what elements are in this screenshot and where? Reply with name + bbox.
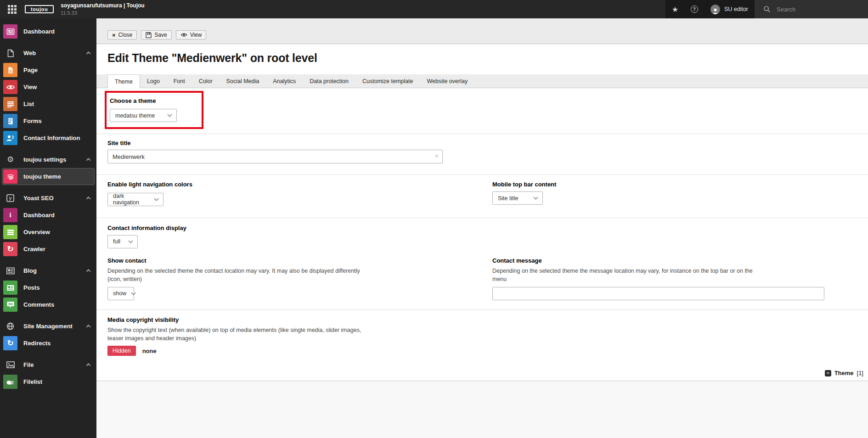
contact-message-description: Depending on the selected theme the mess…: [492, 267, 824, 283]
user-menu[interactable]: SU editor: [704, 0, 755, 18]
doc-header: × Close Save View: [96, 18, 868, 44]
chevron-down-icon: [534, 195, 538, 200]
typo3-version: 11.5.33: [61, 10, 144, 16]
show-contact-description: Depending on the selected theme the cont…: [107, 267, 443, 283]
comment-icon: [3, 298, 17, 312]
contact-display-group: Contact information display full: [107, 218, 857, 248]
sidebar-group-toujou-settings[interactable]: ⚙ toujou settings: [2, 151, 95, 168]
globe-icon: [3, 322, 17, 330]
sidebar-group-site-management[interactable]: Site Management: [2, 318, 95, 335]
sidebar-group-blog[interactable]: Blog: [2, 262, 95, 279]
tab-logo[interactable]: Logo: [140, 74, 167, 88]
page-icon: [3, 63, 17, 77]
media-copyright-description: Show the copyright text (when available)…: [107, 326, 857, 343]
avatar: [710, 5, 720, 14]
sidebar-item-contact-information[interactable]: Contact Information: [2, 129, 95, 146]
sidebar-item-posts[interactable]: Posts: [2, 279, 95, 296]
mobile-topbar-group: Mobile top bar content Site title: [492, 181, 824, 206]
theme-record-icon: [825, 370, 831, 376]
chevron-up-icon: [86, 51, 91, 56]
record-count: [1]: [857, 370, 863, 376]
site-name: soyagunsarufutsumura | Toujou: [61, 2, 144, 10]
hidden-toggle-button[interactable]: Hidden: [107, 346, 136, 356]
view-eye-icon: [180, 32, 187, 38]
crawler-refresh-icon: ↻: [3, 242, 17, 256]
sidebar-item-view[interactable]: View: [2, 79, 95, 95]
close-button[interactable]: × Close: [107, 30, 137, 39]
sidebar-item-overview[interactable]: Overview: [2, 224, 95, 241]
sidebar-item-crawler[interactable]: ↻ Crawler: [2, 241, 95, 258]
show-contact-select[interactable]: show: [107, 287, 134, 300]
module-menu: Dashboard Web Page View List Forms: [0, 18, 96, 438]
chevron-up-icon: [86, 197, 91, 201]
record-type-label: Theme: [834, 370, 854, 376]
fingerprint-icon: [3, 169, 17, 184]
site-info: soyagunsarufutsumura | Toujou 11.5.33: [61, 0, 144, 18]
tab-color[interactable]: Color: [192, 74, 220, 88]
contact-display-select[interactable]: full: [107, 235, 138, 248]
sidebar-item-toujou-theme[interactable]: toujou theme: [2, 168, 95, 185]
modules-grid-icon[interactable]: [0, 0, 24, 18]
dashboard-icon: [3, 24, 17, 39]
tab-analytics[interactable]: Analytics: [266, 74, 303, 88]
navigation-row: Enable light navigation colors dark navi…: [107, 175, 857, 206]
sidebar-group-file[interactable]: File: [2, 356, 95, 373]
filelist-icon: [3, 375, 17, 389]
bookmark-button[interactable]: ★: [665, 0, 685, 18]
contact-message-input[interactable]: [492, 287, 824, 300]
tab-bar: Theme Logo Font Color Social Media Analy…: [96, 74, 868, 88]
search-icon: [763, 6, 771, 13]
sidebar-group-web[interactable]: Web: [2, 45, 95, 62]
page-background: [96, 381, 868, 438]
chevron-up-icon: [86, 363, 91, 368]
posts-icon: [3, 281, 17, 295]
tab-data-protection[interactable]: Data protection: [303, 74, 355, 88]
search-input[interactable]: Search: [755, 0, 868, 18]
chevron-down-icon: [154, 196, 159, 201]
tab-website-overlay[interactable]: Website overlay: [420, 74, 474, 88]
yoast-icon: y: [3, 194, 17, 202]
toujou-logo[interactable]: toujou: [25, 5, 54, 13]
newspaper-icon: [3, 267, 17, 275]
nav-colors-select[interactable]: dark navigation: [107, 193, 163, 206]
site-title-label: Site title: [107, 140, 857, 146]
site-title-input[interactable]: [107, 150, 443, 163]
show-contact-group: Show contact Depending on the selected t…: [107, 257, 443, 300]
gear-icon: ⚙: [3, 155, 17, 164]
user-label: SU editor: [724, 6, 748, 12]
mobile-topbar-select[interactable]: Site title: [492, 191, 543, 205]
tab-customize-template[interactable]: Customize template: [355, 74, 420, 88]
help-icon: ?: [691, 6, 698, 13]
tab-social-media[interactable]: Social Media: [220, 74, 266, 88]
sidebar-item-dashboard[interactable]: Dashboard: [2, 23, 95, 40]
module-body: Edit Theme "Medienwerk" on root level Th…: [96, 44, 868, 381]
contact-row: Show contact Depending on the selected t…: [107, 248, 857, 300]
toujou-logo-text: toujou: [31, 6, 48, 12]
choose-theme-select[interactable]: medatsu theme: [110, 109, 177, 122]
sidebar-item-list[interactable]: List: [2, 95, 95, 112]
media-copyright-value: none: [142, 348, 157, 354]
sidebar-item-filelist[interactable]: Filelist: [2, 373, 95, 390]
grid-icon: [8, 5, 17, 14]
sidebar-item-yoast-dashboard[interactable]: i Dashboard: [2, 207, 95, 224]
sidebar-item-page[interactable]: Page: [2, 62, 95, 79]
view-button[interactable]: View: [176, 30, 207, 39]
clear-input-icon[interactable]: ×: [435, 152, 439, 160]
sidebar-item-forms[interactable]: Forms: [2, 112, 95, 129]
media-copyright-label: Media copyright visibility: [107, 316, 857, 323]
close-icon: ×: [112, 32, 116, 38]
overview-icon: [3, 225, 17, 239]
tab-theme[interactable]: Theme: [107, 74, 140, 88]
page-title: Edit Theme "Medienwerk" on root level: [107, 51, 857, 65]
tab-font[interactable]: Font: [167, 74, 192, 88]
save-button[interactable]: Save: [141, 30, 171, 39]
sidebar-group-yoast-seo[interactable]: y Yoast SEO: [2, 190, 95, 207]
image-icon: [3, 361, 17, 368]
sidebar-item-redirects[interactable]: ↻ Redirects: [2, 335, 95, 352]
sidebar-item-comments[interactable]: Comments: [2, 296, 95, 313]
help-button[interactable]: ?: [685, 0, 704, 18]
nav-colors-label: Enable light navigation colors: [107, 181, 443, 188]
svg-text:y: y: [9, 195, 12, 201]
forms-icon: [3, 114, 17, 128]
web-document-icon: [3, 49, 17, 57]
